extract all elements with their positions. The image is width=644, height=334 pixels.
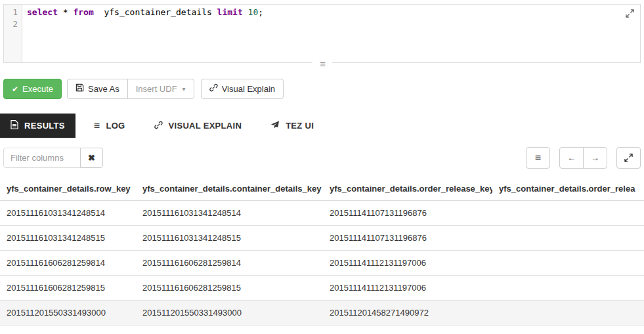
tab-label: LOG: [106, 121, 125, 131]
query-token: ;: [258, 7, 263, 17]
list-icon: ≡: [535, 153, 541, 163]
expand-results-button[interactable]: [616, 147, 641, 169]
table-cell: 201511231503271616142: [323, 325, 492, 334]
table-row: 2015111616062812598142015111616062812598…: [0, 251, 644, 276]
list-icon: ≡: [94, 121, 100, 131]
query-token: [243, 7, 248, 17]
save-udf-group: Save As Insert UDF ▾: [67, 79, 194, 99]
arrow-right-icon: →: [591, 152, 599, 163]
table-cell: 201511201550331493000: [136, 301, 323, 325]
close-icon: ✖: [88, 152, 95, 163]
line-number: 1: [4, 7, 18, 18]
query-token: [58, 7, 63, 17]
results-controls: ≡ ← →: [526, 147, 641, 169]
execute-button[interactable]: ✔ Execute: [3, 79, 62, 99]
columns-menu-button[interactable]: ≡: [526, 147, 550, 169]
table-header-row: yfs_container_details.row_key yfs_contai…: [0, 177, 644, 201]
table-cell: 201511161606281259815: [0, 276, 136, 301]
insert-udf-label: Insert UDF: [136, 83, 177, 94]
insert-udf-button[interactable]: Insert UDF ▾: [127, 79, 194, 99]
filter-columns-input[interactable]: [3, 148, 81, 168]
query-token: limit: [217, 7, 243, 17]
previous-page-button[interactable]: ←: [559, 147, 584, 169]
table-cell: 201511161031341248514: [0, 201, 136, 226]
line-number-gutter: 1 2: [4, 5, 22, 62]
query-actions-toolbar: ✔ Execute Save As Insert UDF ▾: [3, 79, 641, 99]
table-cell: [492, 301, 644, 325]
column-header: yfs_container_details.row_key: [0, 177, 136, 201]
link-icon: [209, 83, 218, 94]
tab-label: TEZ UI: [286, 121, 314, 131]
table-cell: 201511241635131656359: [0, 325, 136, 334]
tab-tez-ui[interactable]: TEZ UI: [260, 114, 324, 138]
table-row: 2015111616062812598152015111616062812598…: [0, 276, 644, 301]
results-tabbar: RESULTS ≡ LOG VISUAL EXPLAIN TEZ UI: [0, 114, 644, 138]
table-cell: 201511161031341248515: [0, 226, 136, 251]
table-cell: 201511161606281259814: [136, 251, 323, 276]
table-row: 2015111610313412485142015111610313412485…: [0, 201, 644, 226]
query-token: 10: [248, 7, 259, 17]
table-row: 2015112416351316563592015112416351316563…: [0, 325, 644, 334]
table-cell: [492, 251, 644, 276]
table-cell: [492, 325, 644, 334]
column-header: yfs_container_details.order_release_key: [323, 177, 492, 201]
table-cell: 201511161606281259815: [136, 276, 323, 301]
results-table: yfs_container_details.row_key yfs_contai…: [0, 177, 644, 334]
hive-query-page: 1 2 select * from yfs_container_details …: [0, 4, 644, 334]
sql-editor-panel: 1 2 select * from yfs_container_details …: [3, 4, 641, 63]
table-cell: 201511141112131197006: [323, 251, 492, 276]
table-cell: [492, 226, 644, 251]
tab-label: VISUAL EXPLAIN: [169, 121, 242, 131]
column-header: yfs_container_details.container_details_…: [136, 177, 323, 201]
arrow-left-icon: ←: [567, 152, 576, 163]
clear-filter-button[interactable]: ✖: [80, 148, 103, 168]
expand-icon: [624, 154, 633, 162]
chevron-down-icon: ▾: [182, 83, 186, 94]
table-cell: [492, 276, 644, 301]
column-header: yfs_container_details.order_relea: [492, 177, 644, 201]
filter-group: ✖: [3, 148, 103, 168]
table-cell: 201511141107131196876: [323, 226, 492, 251]
check-icon: ✔: [12, 85, 18, 93]
table-cell: 201511161031341248514: [136, 201, 323, 226]
query-token: from: [73, 7, 93, 17]
tab-label: RESULTS: [24, 121, 65, 131]
table-cell: 201511241635131656359: [136, 325, 323, 334]
table-cell: 201511141112131197006: [323, 276, 492, 301]
query-token: yfs_container_details: [94, 7, 217, 17]
next-page-button[interactable]: →: [583, 147, 607, 169]
table-row: 2015112015503314930002015112015503314930…: [0, 301, 644, 325]
visual-explain-button[interactable]: Visual Explain: [201, 79, 284, 99]
tab-log[interactable]: ≡ LOG: [83, 114, 136, 138]
tab-visual-explain[interactable]: VISUAL EXPLAIN: [144, 114, 253, 138]
save-as-label: Save As: [88, 83, 119, 94]
table-cell: 201511201550331493000: [0, 301, 136, 325]
save-as-button[interactable]: Save As: [67, 79, 128, 99]
visual-explain-label: Visual Explain: [222, 83, 275, 94]
execute-label: Execute: [22, 83, 53, 94]
table-cell: [492, 201, 644, 226]
query-text[interactable]: select * from yfs_container_details limi…: [22, 5, 263, 62]
table-row: 2015111610313412485152015111610313412485…: [0, 226, 644, 251]
pagination-group: ← →: [559, 147, 607, 169]
table-cell: 201511201458271490972: [323, 301, 492, 325]
results-table-body: 2015111610313412485142015111610313412485…: [0, 201, 644, 334]
table-cell: 201511161606281259814: [0, 251, 136, 276]
tab-results[interactable]: RESULTS: [0, 114, 75, 138]
query-token: *: [63, 7, 68, 17]
expand-editor-icon[interactable]: [624, 8, 635, 19]
table-cell: 201511161031341248515: [136, 226, 323, 251]
results-toolbar: ✖ ≡ ← →: [3, 147, 641, 169]
link-icon: [154, 121, 163, 131]
save-icon: [75, 83, 84, 94]
paper-plane-icon: [270, 121, 280, 131]
file-text-icon: [11, 120, 18, 131]
query-token: select: [27, 7, 58, 17]
line-number: 2: [4, 18, 18, 30]
editor-resize-handle[interactable]: ≡: [312, 59, 332, 68]
table-cell: 201511141107131196876: [323, 201, 492, 226]
